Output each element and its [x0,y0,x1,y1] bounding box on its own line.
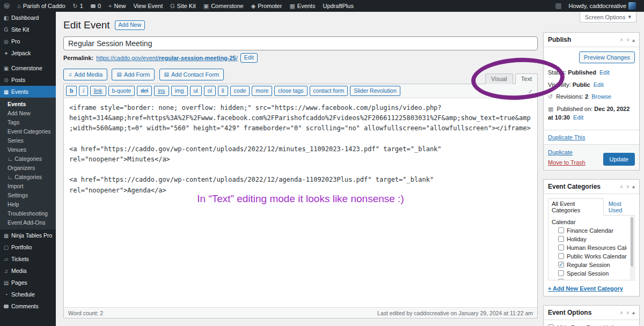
submenu-item-venue-categories[interactable]: ∟ Categories [0,154,56,163]
sidebar-item-comments[interactable]: Comments [0,300,56,312]
most-used-tab[interactable]: Most Used [608,199,635,216]
site-kit-menu[interactable]: GSite Kit [166,0,199,12]
slider-revolution-button[interactable]: Slider Revolution [350,86,400,97]
li-button[interactable]: li [218,86,228,97]
category-item-special-session[interactable]: Special Session [552,269,627,278]
human-resources-checkbox[interactable] [558,244,564,250]
submenu-item-series[interactable]: Series [0,136,56,145]
post-content-textarea[interactable]: <iframe style="border: none; overflow: h… [69,103,532,196]
category-item-holiday[interactable]: Holiday [552,235,627,243]
comments-menu[interactable]: 0 [87,0,105,12]
sidebar-item-ninja-tables-pro[interactable]: ▦Ninja Tables Pro [0,229,56,241]
add-new-event-category-link[interactable]: + Add New Event Category [548,285,623,292]
del-button[interactable]: del [137,86,152,97]
promoter-menu[interactable]: ◆Promoter [247,0,286,12]
submenu-item-import[interactable]: Import [0,181,56,190]
toggle-panel-icon[interactable]: ▴ [632,309,635,315]
preview-changes-button[interactable]: Preview Changes [579,51,635,63]
event-categories-header[interactable]: Event Categories ∧∨▴ [544,180,639,194]
category-item-finance-calendar[interactable]: Finance Calendar [552,226,627,235]
move-up-icon[interactable]: ∧ [620,310,624,315]
event-options-header[interactable]: Event Options ∧∨▴ [544,306,639,320]
move-down-icon[interactable]: ∨ [626,310,630,315]
category-item-human-resources-calendar[interactable]: Human Resources Calendar [552,243,627,252]
sidebar-item-portfolio[interactable]: ▢Portfolio [0,241,56,253]
sidebar-item-pro[interactable]: ◎Pro [0,35,56,47]
img-button[interactable]: img [171,86,188,97]
submenu-item-troubleshooting[interactable]: Troubleshooting [0,209,56,218]
submenu-item-organizers[interactable]: Organizers [0,163,56,172]
submenu-item-tags[interactable]: Tags [0,117,56,127]
my-account-menu[interactable]: Howdy, caddocreative [565,0,640,12]
sidebar-item-events[interactable]: ▦Events [0,86,56,98]
contact-form-button[interactable]: contact form [310,86,348,97]
all-categories-tab[interactable]: All Event Categories [548,198,604,216]
submenu-item-help[interactable]: Help [0,199,56,209]
category-item-public-works-calendar[interactable]: Public Works Calendar [552,252,627,261]
update-button[interactable]: Update [603,153,635,166]
sidebar-item-cornerstone[interactable]: ▣Cornerstone [0,62,56,74]
ul-button[interactable]: ul [190,86,202,97]
submenu-item-event-add-ons[interactable]: Event Add-Ons [0,218,56,227]
events-menu[interactable]: ▦Events [286,0,319,12]
view-event-menu[interactable]: View Event [129,0,166,12]
sidebar-item-site-kit[interactable]: GSite Kit [0,24,56,35]
text-tab[interactable]: Text [515,73,538,84]
submenu-item-events[interactable]: Events [0,99,56,108]
ins-button[interactable]: ins [154,86,169,97]
submenu-item-venues[interactable]: Venues [0,145,56,154]
duplicate-this-link[interactable]: Duplicate This [548,134,586,140]
move-down-icon[interactable]: ∨ [626,184,630,189]
sidebar-item-dashboard[interactable]: ◧Dashboard [0,12,56,24]
sidebar-item-posts[interactable]: ⊙Posts [0,74,56,86]
public-works-checkbox[interactable] [558,253,564,259]
more-button[interactable]: more [252,86,272,97]
add-form-button[interactable]: ▤Add Form [112,69,155,80]
updates-menu[interactable]: ↻1 [69,0,87,12]
bold-button[interactable]: b [66,86,77,97]
visual-tab[interactable]: Visual [485,73,513,84]
scrollbar[interactable] [630,216,634,279]
toggle-panel-icon[interactable]: ▴ [632,183,635,189]
edit-status-link[interactable]: Edit [599,69,610,76]
submenu-item-add-new[interactable]: Add New [0,108,56,117]
close-tags-button[interactable]: close tags [274,86,307,97]
wordpress-logo-menu[interactable]: Ⓦ [0,0,13,12]
sidebar-item-schedule[interactable]: ◔Schedule [0,288,56,300]
toggle-panel-icon[interactable]: ▴ [632,37,635,43]
submenu-item-event-categories[interactable]: Event Categories [0,127,56,136]
sidebar-item-media[interactable]: ♫Media [0,265,56,277]
post-title-input[interactable] [63,36,538,50]
browse-revisions-link[interactable]: Browse [591,93,611,100]
special-session-checkbox[interactable] [558,270,564,276]
move-to-trash-link[interactable]: Move to Trash [548,159,586,166]
site-name-menu[interactable]: ⌂Parish of Caddo [13,0,69,12]
sidebar-item-tickets[interactable]: ▱Tickets [0,253,56,265]
cornerstone-menu[interactable]: ▣Cornerstone [200,0,247,12]
scrollbar-thumb[interactable] [631,217,633,266]
admin-bar-plugin-item[interactable] [552,0,565,12]
edit-published-date-link[interactable]: Edit [573,114,583,121]
publish-panel-header[interactable]: Publish ∧∨▴ [544,33,639,47]
link-button[interactable]: link [90,86,106,97]
regular-session-checkbox[interactable] [558,262,564,268]
holiday-checkbox[interactable] [558,236,564,242]
code-button[interactable]: code [230,86,250,97]
move-up-icon[interactable]: ∧ [620,184,624,189]
category-item-work-session[interactable]: Work Session [552,278,627,280]
italic-button[interactable]: i [79,86,87,97]
move-up-icon[interactable]: ∧ [620,37,624,42]
updraftplus-menu[interactable]: UpdraftPlus [319,0,357,12]
sidebar-item-jetpack[interactable]: ✦Jetpack [0,47,56,59]
edit-visibility-link[interactable]: Edit [594,82,604,88]
finance-calendar-checkbox[interactable] [558,227,564,233]
screen-options-button[interactable]: Screen Options▾ [580,12,636,23]
category-item-calendar[interactable]: Calendar [552,218,627,226]
add-media-button[interactable]: ♫Add Media [63,69,107,80]
work-session-checkbox[interactable] [558,279,564,280]
fullscreen-icon[interactable]: ↕ [525,85,536,97]
submenu-item-organizer-categories[interactable]: ∟ Categories [0,172,56,181]
ol-button[interactable]: ol [204,86,216,97]
add-new-button[interactable]: Add New [115,20,145,30]
submenu-item-settings[interactable]: Settings [0,190,56,199]
